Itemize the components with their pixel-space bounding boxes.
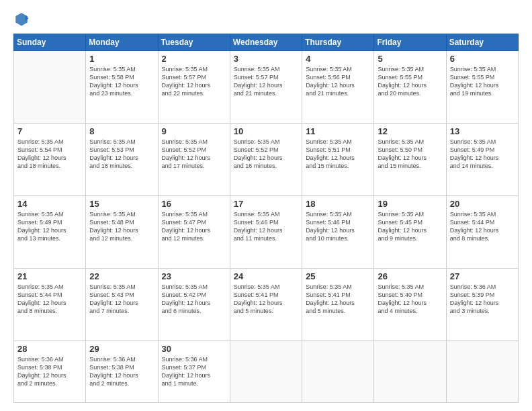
weekday-header-monday: Monday <box>86 34 158 51</box>
calendar-cell: 22Sunrise: 5:35 AM Sunset: 5:43 PM Dayli… <box>86 268 158 340</box>
day-info: Sunrise: 5:35 AM Sunset: 5:52 PM Dayligh… <box>162 138 226 171</box>
day-number: 27 <box>450 271 515 281</box>
week-row-1: 1Sunrise: 5:35 AM Sunset: 5:58 PM Daylig… <box>14 51 519 124</box>
day-info: Sunrise: 5:35 AM Sunset: 5:54 PM Dayligh… <box>17 138 82 171</box>
day-number: 16 <box>162 199 226 209</box>
day-number: 21 <box>17 271 82 281</box>
day-info: Sunrise: 5:35 AM Sunset: 5:45 PM Dayligh… <box>378 210 442 243</box>
day-number: 13 <box>450 126 515 136</box>
calendar-cell <box>302 340 374 402</box>
week-row-5: 28Sunrise: 5:36 AM Sunset: 5:38 PM Dayli… <box>14 340 519 402</box>
calendar-cell: 8Sunrise: 5:35 AM Sunset: 5:53 PM Daylig… <box>86 123 158 195</box>
calendar-cell: 17Sunrise: 5:35 AM Sunset: 5:46 PM Dayli… <box>230 195 302 268</box>
calendar-cell: 24Sunrise: 5:35 AM Sunset: 5:41 PM Dayli… <box>230 268 302 340</box>
calendar-cell: 23Sunrise: 5:35 AM Sunset: 5:42 PM Dayli… <box>158 268 230 340</box>
day-number: 2 <box>162 54 226 64</box>
calendar-cell: 1Sunrise: 5:35 AM Sunset: 5:58 PM Daylig… <box>86 51 158 124</box>
calendar-cell: 14Sunrise: 5:35 AM Sunset: 5:49 PM Dayli… <box>14 195 86 268</box>
calendar-cell: 5Sunrise: 5:35 AM Sunset: 5:55 PM Daylig… <box>374 51 446 124</box>
calendar-cell: 25Sunrise: 5:35 AM Sunset: 5:41 PM Dayli… <box>302 268 374 340</box>
calendar-cell: 21Sunrise: 5:35 AM Sunset: 5:44 PM Dayli… <box>14 268 86 340</box>
day-number: 28 <box>17 344 82 354</box>
day-info: Sunrise: 5:35 AM Sunset: 5:41 PM Dayligh… <box>306 283 370 316</box>
day-info: Sunrise: 5:36 AM Sunset: 5:39 PM Dayligh… <box>450 283 515 316</box>
weekday-header-friday: Friday <box>374 34 446 51</box>
day-info: Sunrise: 5:35 AM Sunset: 5:50 PM Dayligh… <box>378 138 442 171</box>
day-number: 23 <box>162 271 226 281</box>
day-info: Sunrise: 5:35 AM Sunset: 5:42 PM Dayligh… <box>162 283 226 316</box>
day-number: 3 <box>234 54 298 64</box>
week-row-2: 7Sunrise: 5:35 AM Sunset: 5:54 PM Daylig… <box>14 123 519 195</box>
calendar-cell: 10Sunrise: 5:35 AM Sunset: 5:52 PM Dayli… <box>230 123 302 195</box>
day-info: Sunrise: 5:35 AM Sunset: 5:46 PM Dayligh… <box>306 210 370 243</box>
day-number: 4 <box>306 54 370 64</box>
weekday-header-tuesday: Tuesday <box>158 34 230 51</box>
day-info: Sunrise: 5:35 AM Sunset: 5:40 PM Dayligh… <box>378 283 442 316</box>
calendar-cell: 26Sunrise: 5:35 AM Sunset: 5:40 PM Dayli… <box>374 268 446 340</box>
day-number: 17 <box>234 199 298 209</box>
weekday-header-row: SundayMondayTuesdayWednesdayThursdayFrid… <box>14 34 519 51</box>
calendar-cell <box>14 51 86 124</box>
day-number: 1 <box>89 54 154 64</box>
day-number: 20 <box>450 199 515 209</box>
day-info: Sunrise: 5:35 AM Sunset: 5:43 PM Dayligh… <box>89 283 154 316</box>
day-number: 11 <box>306 126 370 136</box>
calendar-cell: 29Sunrise: 5:36 AM Sunset: 5:38 PM Dayli… <box>86 340 158 402</box>
day-info: Sunrise: 5:35 AM Sunset: 5:49 PM Dayligh… <box>450 138 515 171</box>
header <box>13 11 519 27</box>
calendar-cell: 27Sunrise: 5:36 AM Sunset: 5:39 PM Dayli… <box>446 268 518 340</box>
day-number: 26 <box>378 271 442 281</box>
day-info: Sunrise: 5:36 AM Sunset: 5:38 PM Dayligh… <box>89 355 154 388</box>
day-number: 30 <box>162 344 226 354</box>
calendar-cell: 18Sunrise: 5:35 AM Sunset: 5:46 PM Dayli… <box>302 195 374 268</box>
day-info: Sunrise: 5:35 AM Sunset: 5:55 PM Dayligh… <box>450 65 515 98</box>
calendar-cell: 3Sunrise: 5:35 AM Sunset: 5:57 PM Daylig… <box>230 51 302 124</box>
day-info: Sunrise: 5:35 AM Sunset: 5:55 PM Dayligh… <box>378 65 442 98</box>
calendar-cell: 15Sunrise: 5:35 AM Sunset: 5:48 PM Dayli… <box>86 195 158 268</box>
day-number: 22 <box>89 271 154 281</box>
day-number: 9 <box>162 126 226 136</box>
calendar-cell <box>446 340 518 402</box>
calendar-cell: 30Sunrise: 5:36 AM Sunset: 5:37 PM Dayli… <box>158 340 230 402</box>
day-info: Sunrise: 5:35 AM Sunset: 5:57 PM Dayligh… <box>162 65 226 98</box>
day-info: Sunrise: 5:35 AM Sunset: 5:48 PM Dayligh… <box>89 210 154 243</box>
day-info: Sunrise: 5:35 AM Sunset: 5:44 PM Dayligh… <box>17 283 82 316</box>
calendar-cell: 20Sunrise: 5:35 AM Sunset: 5:44 PM Dayli… <box>446 195 518 268</box>
day-info: Sunrise: 5:35 AM Sunset: 5:51 PM Dayligh… <box>306 138 370 171</box>
day-info: Sunrise: 5:36 AM Sunset: 5:37 PM Dayligh… <box>162 355 226 388</box>
day-number: 29 <box>89 344 154 354</box>
calendar-cell: 6Sunrise: 5:35 AM Sunset: 5:55 PM Daylig… <box>446 51 518 124</box>
page: SundayMondayTuesdayWednesdayThursdayFrid… <box>0 0 532 411</box>
day-number: 12 <box>378 126 442 136</box>
calendar-cell: 12Sunrise: 5:35 AM Sunset: 5:50 PM Dayli… <box>374 123 446 195</box>
week-row-4: 21Sunrise: 5:35 AM Sunset: 5:44 PM Dayli… <box>14 268 519 340</box>
day-number: 25 <box>306 271 370 281</box>
day-info: Sunrise: 5:35 AM Sunset: 5:46 PM Dayligh… <box>234 210 298 243</box>
day-info: Sunrise: 5:35 AM Sunset: 5:58 PM Dayligh… <box>89 65 154 98</box>
day-number: 24 <box>234 271 298 281</box>
calendar-cell: 11Sunrise: 5:35 AM Sunset: 5:51 PM Dayli… <box>302 123 374 195</box>
calendar-cell: 13Sunrise: 5:35 AM Sunset: 5:49 PM Dayli… <box>446 123 518 195</box>
day-number: 14 <box>17 199 82 209</box>
calendar-cell <box>374 340 446 402</box>
week-row-3: 14Sunrise: 5:35 AM Sunset: 5:49 PM Dayli… <box>14 195 519 268</box>
weekday-header-sunday: Sunday <box>14 34 86 51</box>
day-number: 10 <box>234 126 298 136</box>
day-number: 6 <box>450 54 515 64</box>
day-info: Sunrise: 5:35 AM Sunset: 5:44 PM Dayligh… <box>450 210 515 243</box>
day-info: Sunrise: 5:35 AM Sunset: 5:57 PM Dayligh… <box>234 65 298 98</box>
day-info: Sunrise: 5:36 AM Sunset: 5:38 PM Dayligh… <box>17 355 82 388</box>
logo-icon <box>13 11 30 27</box>
logo <box>13 11 32 27</box>
weekday-header-thursday: Thursday <box>302 34 374 51</box>
day-number: 18 <box>306 199 370 209</box>
calendar-cell: 2Sunrise: 5:35 AM Sunset: 5:57 PM Daylig… <box>158 51 230 124</box>
day-number: 15 <box>89 199 154 209</box>
day-number: 5 <box>378 54 442 64</box>
day-info: Sunrise: 5:35 AM Sunset: 5:49 PM Dayligh… <box>17 210 82 243</box>
calendar-cell: 4Sunrise: 5:35 AM Sunset: 5:56 PM Daylig… <box>302 51 374 124</box>
calendar-cell: 16Sunrise: 5:35 AM Sunset: 5:47 PM Dayli… <box>158 195 230 268</box>
day-info: Sunrise: 5:35 AM Sunset: 5:41 PM Dayligh… <box>234 283 298 316</box>
weekday-header-wednesday: Wednesday <box>230 34 302 51</box>
calendar-cell: 7Sunrise: 5:35 AM Sunset: 5:54 PM Daylig… <box>14 123 86 195</box>
